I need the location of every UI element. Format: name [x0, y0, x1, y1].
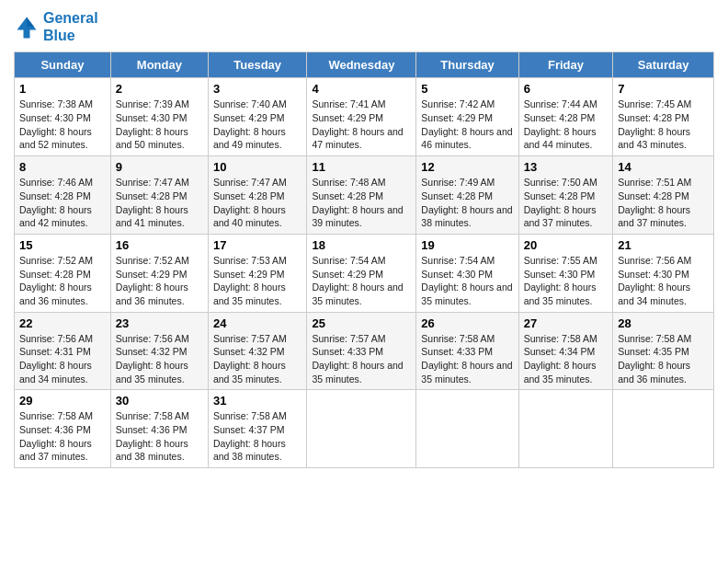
day-number: 18 — [312, 238, 411, 252]
calendar-week-row: 15 Sunrise: 7:52 AMSunset: 4:28 PMDaylig… — [15, 234, 714, 312]
day-number: 29 — [19, 394, 106, 408]
day-number: 20 — [524, 238, 609, 252]
day-number: 7 — [618, 82, 709, 96]
day-info: Sunrise: 7:53 AMSunset: 4:29 PMDaylight:… — [213, 255, 287, 306]
day-number: 19 — [421, 238, 513, 252]
day-number: 28 — [618, 316, 709, 330]
day-info: Sunrise: 7:54 AMSunset: 4:30 PMDaylight:… — [421, 255, 512, 306]
calendar-cell: 16 Sunrise: 7:52 AMSunset: 4:29 PMDaylig… — [110, 234, 208, 312]
day-number: 21 — [618, 238, 709, 252]
day-info: Sunrise: 7:58 AMSunset: 4:36 PMDaylight:… — [116, 410, 189, 462]
day-info: Sunrise: 7:56 AMSunset: 4:32 PMDaylight:… — [116, 333, 189, 385]
calendar-cell: 15 Sunrise: 7:52 AMSunset: 4:28 PMDaylig… — [15, 234, 111, 312]
day-number: 8 — [19, 160, 106, 174]
calendar-cell: 11 Sunrise: 7:48 AMSunset: 4:28 PMDaylig… — [307, 156, 416, 235]
day-number: 22 — [19, 316, 106, 330]
calendar-cell: 3 Sunrise: 7:40 AMSunset: 4:29 PMDayligh… — [208, 78, 307, 156]
day-info: Sunrise: 7:39 AMSunset: 4:30 PMDaylight:… — [116, 98, 189, 150]
calendar-cell: 13 Sunrise: 7:50 AMSunset: 4:28 PMDaylig… — [518, 156, 613, 235]
header-monday: Monday — [110, 52, 208, 78]
calendar-cell: 19 Sunrise: 7:54 AMSunset: 4:30 PMDaylig… — [416, 234, 518, 312]
day-number: 5 — [421, 82, 513, 96]
day-number: 25 — [312, 316, 411, 330]
calendar-table: SundayMondayTuesdayWednesdayThursdayFrid… — [14, 52, 714, 468]
calendar-cell: 23 Sunrise: 7:56 AMSunset: 4:32 PMDaylig… — [110, 312, 208, 390]
day-info: Sunrise: 7:51 AMSunset: 4:28 PMDaylight:… — [618, 177, 691, 228]
calendar-cell: 24 Sunrise: 7:57 AMSunset: 4:32 PMDaylig… — [208, 312, 307, 390]
day-number: 24 — [213, 316, 302, 330]
day-number: 12 — [421, 160, 513, 174]
calendar-cell: 9 Sunrise: 7:47 AMSunset: 4:28 PMDayligh… — [110, 156, 208, 235]
calendar-week-row: 22 Sunrise: 7:56 AMSunset: 4:31 PMDaylig… — [15, 312, 714, 390]
calendar-header-row: SundayMondayTuesdayWednesdayThursdayFrid… — [15, 52, 714, 78]
calendar-cell — [307, 390, 416, 468]
calendar-cell: 17 Sunrise: 7:53 AMSunset: 4:29 PMDaylig… — [208, 234, 307, 312]
day-info: Sunrise: 7:56 AMSunset: 4:30 PMDaylight:… — [618, 255, 691, 306]
calendar-cell — [613, 390, 714, 468]
header-saturday: Saturday — [613, 52, 714, 78]
calendar-cell: 10 Sunrise: 7:47 AMSunset: 4:28 PMDaylig… — [208, 156, 307, 235]
calendar-cell: 18 Sunrise: 7:54 AMSunset: 4:29 PMDaylig… — [307, 234, 416, 312]
day-number: 26 — [421, 316, 513, 330]
day-number: 31 — [213, 394, 302, 408]
calendar-cell: 5 Sunrise: 7:42 AMSunset: 4:29 PMDayligh… — [416, 78, 518, 156]
calendar-cell — [518, 390, 613, 468]
day-info: Sunrise: 7:45 AMSunset: 4:28 PMDaylight:… — [618, 98, 691, 150]
day-info: Sunrise: 7:47 AMSunset: 4:28 PMDaylight:… — [116, 177, 189, 228]
day-number: 30 — [116, 394, 203, 408]
day-info: Sunrise: 7:41 AMSunset: 4:29 PMDaylight:… — [312, 98, 403, 150]
day-info: Sunrise: 7:38 AMSunset: 4:30 PMDaylight:… — [19, 98, 93, 150]
day-info: Sunrise: 7:58 AMSunset: 4:37 PMDaylight:… — [213, 410, 287, 462]
page-header: General Blue — [14, 9, 714, 44]
day-info: Sunrise: 7:54 AMSunset: 4:29 PMDaylight:… — [312, 255, 403, 306]
calendar-cell: 22 Sunrise: 7:56 AMSunset: 4:31 PMDaylig… — [15, 312, 111, 390]
day-info: Sunrise: 7:58 AMSunset: 4:33 PMDaylight:… — [421, 333, 512, 385]
calendar-cell: 30 Sunrise: 7:58 AMSunset: 4:36 PMDaylig… — [110, 390, 208, 468]
day-info: Sunrise: 7:58 AMSunset: 4:35 PMDaylight:… — [618, 333, 691, 385]
header-sunday: Sunday — [15, 52, 111, 78]
day-info: Sunrise: 7:46 AMSunset: 4:28 PMDaylight:… — [19, 177, 93, 228]
logo-icon — [14, 14, 40, 40]
day-number: 9 — [116, 160, 203, 174]
day-info: Sunrise: 7:49 AMSunset: 4:28 PMDaylight:… — [421, 177, 512, 228]
day-number: 11 — [312, 160, 411, 174]
calendar-cell: 20 Sunrise: 7:55 AMSunset: 4:30 PMDaylig… — [518, 234, 613, 312]
day-number: 6 — [524, 82, 609, 96]
day-number: 14 — [618, 160, 709, 174]
calendar-cell: 4 Sunrise: 7:41 AMSunset: 4:29 PMDayligh… — [307, 78, 416, 156]
calendar-cell: 6 Sunrise: 7:44 AMSunset: 4:28 PMDayligh… — [518, 78, 613, 156]
calendar-cell: 8 Sunrise: 7:46 AMSunset: 4:28 PMDayligh… — [15, 156, 111, 235]
day-info: Sunrise: 7:56 AMSunset: 4:31 PMDaylight:… — [19, 333, 93, 385]
header-thursday: Thursday — [416, 52, 518, 78]
header-wednesday: Wednesday — [307, 52, 416, 78]
day-number: 4 — [312, 82, 411, 96]
logo: General Blue — [14, 9, 98, 44]
day-info: Sunrise: 7:40 AMSunset: 4:29 PMDaylight:… — [213, 98, 287, 150]
svg-marker-1 — [27, 17, 34, 28]
day-number: 23 — [116, 316, 203, 330]
header-friday: Friday — [518, 52, 613, 78]
calendar-cell: 12 Sunrise: 7:49 AMSunset: 4:28 PMDaylig… — [416, 156, 518, 235]
day-info: Sunrise: 7:57 AMSunset: 4:33 PMDaylight:… — [312, 333, 403, 385]
day-info: Sunrise: 7:55 AMSunset: 4:30 PMDaylight:… — [524, 255, 597, 306]
calendar-week-row: 8 Sunrise: 7:46 AMSunset: 4:28 PMDayligh… — [15, 156, 714, 235]
day-number: 16 — [116, 238, 203, 252]
calendar-cell: 28 Sunrise: 7:58 AMSunset: 4:35 PMDaylig… — [613, 312, 714, 390]
day-number: 17 — [213, 238, 302, 252]
day-number: 10 — [213, 160, 302, 174]
calendar-cell: 26 Sunrise: 7:58 AMSunset: 4:33 PMDaylig… — [416, 312, 518, 390]
day-info: Sunrise: 7:52 AMSunset: 4:28 PMDaylight:… — [19, 255, 93, 306]
day-number: 1 — [19, 82, 106, 96]
day-info: Sunrise: 7:44 AMSunset: 4:28 PMDaylight:… — [524, 98, 597, 150]
day-info: Sunrise: 7:58 AMSunset: 4:34 PMDaylight:… — [524, 333, 597, 385]
day-number: 15 — [19, 238, 106, 252]
day-info: Sunrise: 7:48 AMSunset: 4:28 PMDaylight:… — [312, 177, 403, 228]
calendar-cell: 7 Sunrise: 7:45 AMSunset: 4:28 PMDayligh… — [613, 78, 714, 156]
logo-text: General Blue — [43, 9, 98, 44]
day-info: Sunrise: 7:50 AMSunset: 4:28 PMDaylight:… — [524, 177, 597, 228]
header-tuesday: Tuesday — [208, 52, 307, 78]
calendar-week-row: 29 Sunrise: 7:58 AMSunset: 4:36 PMDaylig… — [15, 390, 714, 468]
calendar-cell: 27 Sunrise: 7:58 AMSunset: 4:34 PMDaylig… — [518, 312, 613, 390]
calendar-cell: 1 Sunrise: 7:38 AMSunset: 4:30 PMDayligh… — [15, 78, 111, 156]
day-info: Sunrise: 7:57 AMSunset: 4:32 PMDaylight:… — [213, 333, 287, 385]
